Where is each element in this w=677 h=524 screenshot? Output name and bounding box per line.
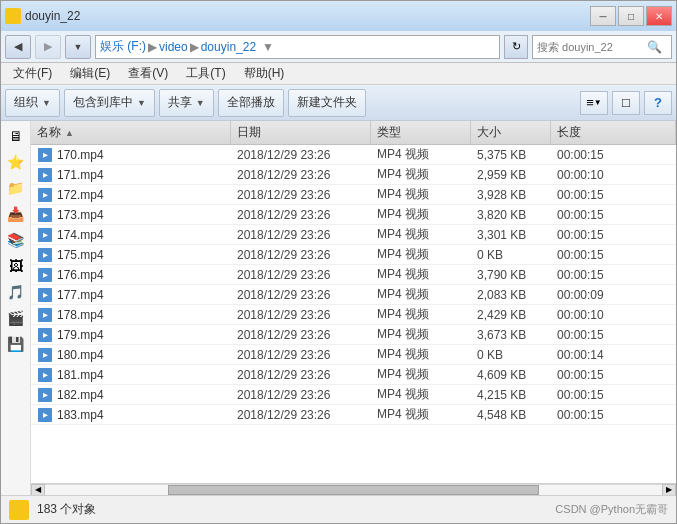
sidebar-icon-library[interactable]: 📚 <box>5 229 27 251</box>
file-size-cell: 3,928 KB <box>471 185 551 204</box>
sidebar-icon-computer[interactable]: 🖥 <box>5 125 27 147</box>
col-header-name[interactable]: 名称 ▲ <box>31 121 231 144</box>
file-icon: ▶ <box>37 307 53 323</box>
include-label: 包含到库中 <box>73 94 133 111</box>
window-icon <box>5 8 21 24</box>
share-label: 共享 <box>168 94 192 111</box>
table-row[interactable]: ▶ 179.mp4 2018/12/29 23:26 MP4 视频 3,673 … <box>31 325 676 345</box>
search-input[interactable] <box>537 41 647 53</box>
file-type-cell: MP4 视频 <box>371 205 471 224</box>
menu-bar: 文件(F) 编辑(E) 查看(V) 工具(T) 帮助(H) <box>1 63 676 85</box>
table-row[interactable]: ▶ 174.mp4 2018/12/29 23:26 MP4 视频 3,301 … <box>31 225 676 245</box>
menu-file[interactable]: 文件(F) <box>5 63 60 84</box>
preview-icon: □ <box>622 95 630 110</box>
table-row[interactable]: ▶ 181.mp4 2018/12/29 23:26 MP4 视频 4,609 … <box>31 365 676 385</box>
table-row[interactable]: ▶ 182.mp4 2018/12/29 23:26 MP4 视频 4,215 … <box>31 385 676 405</box>
watermark: CSDN @Python无霸哥 <box>555 502 668 517</box>
preview-button[interactable]: □ <box>612 91 640 115</box>
file-icon: ▶ <box>37 367 53 383</box>
col-header-type[interactable]: 类型 <box>371 121 471 144</box>
file-date-cell: 2018/12/29 23:26 <box>231 365 371 384</box>
table-row[interactable]: ▶ 173.mp4 2018/12/29 23:26 MP4 视频 3,820 … <box>31 205 676 225</box>
sidebar-icon-pictures[interactable]: 🖼 <box>5 255 27 277</box>
table-row[interactable]: ▶ 172.mp4 2018/12/29 23:26 MP4 视频 3,928 … <box>31 185 676 205</box>
view-icon: ≡ <box>586 95 594 110</box>
table-row[interactable]: ▶ 178.mp4 2018/12/29 23:26 MP4 视频 2,429 … <box>31 305 676 325</box>
breadcrumb-part-1[interactable]: 娱乐 (F:) <box>100 38 146 55</box>
include-library-button[interactable]: 包含到库中 ▼ <box>64 89 155 117</box>
breadcrumb-part-3[interactable]: douyin_22 <box>201 40 256 54</box>
file-duration-cell: 00:00:09 <box>551 285 676 304</box>
title-bar: douyin_22 ─ □ ✕ <box>1 1 676 31</box>
sidebar-icon-video[interactable]: 🎬 <box>5 307 27 329</box>
back-button[interactable]: ◀ <box>5 35 31 59</box>
table-row[interactable]: ▶ 170.mp4 2018/12/29 23:26 MP4 视频 5,375 … <box>31 145 676 165</box>
h-scroll-right-button[interactable]: ▶ <box>662 484 676 496</box>
column-headers: 名称 ▲ 日期 类型 大小 长度 <box>31 121 676 145</box>
menu-tools[interactable]: 工具(T) <box>178 63 233 84</box>
file-duration-cell: 00:00:10 <box>551 305 676 324</box>
sidebar-icon-network[interactable]: 💾 <box>5 333 27 355</box>
file-rows[interactable]: ▶ 170.mp4 2018/12/29 23:26 MP4 视频 5,375 … <box>31 145 676 483</box>
table-row[interactable]: ▶ 183.mp4 2018/12/29 23:26 MP4 视频 4,548 … <box>31 405 676 425</box>
organize-label: 组织 <box>14 94 38 111</box>
file-type-cell: MP4 视频 <box>371 385 471 404</box>
table-row[interactable]: ▶ 176.mp4 2018/12/29 23:26 MP4 视频 3,790 … <box>31 265 676 285</box>
file-icon: ▶ <box>37 147 53 163</box>
breadcrumb: 娱乐 (F:) ▶ video ▶ douyin_22 ▼ <box>95 35 500 59</box>
minimize-button[interactable]: ─ <box>590 6 616 26</box>
play-all-button[interactable]: 全部播放 <box>218 89 284 117</box>
file-name-cell: ▶ 178.mp4 <box>31 305 231 324</box>
sidebar-icon-favorites[interactable]: ⭐ <box>5 151 27 173</box>
h-scroll-thumb[interactable] <box>168 485 538 495</box>
sidebar-icon-music[interactable]: 🎵 <box>5 281 27 303</box>
share-button[interactable]: 共享 ▼ <box>159 89 214 117</box>
file-duration-cell: 00:00:15 <box>551 185 676 204</box>
help-button[interactable]: ? <box>644 91 672 115</box>
close-button[interactable]: ✕ <box>646 6 672 26</box>
new-folder-label: 新建文件夹 <box>297 94 357 111</box>
status-count: 183 个对象 <box>37 501 96 518</box>
refresh-button[interactable]: ↻ <box>504 35 528 59</box>
col-header-size[interactable]: 大小 <box>471 121 551 144</box>
file-duration-cell: 00:00:15 <box>551 225 676 244</box>
help-icon: ? <box>654 95 662 110</box>
table-row[interactable]: ▶ 177.mp4 2018/12/29 23:26 MP4 视频 2,083 … <box>31 285 676 305</box>
file-type-cell: MP4 视频 <box>371 305 471 324</box>
file-date-cell: 2018/12/29 23:26 <box>231 385 371 404</box>
sidebar-icon-folder[interactable]: 📁 <box>5 177 27 199</box>
table-row[interactable]: ▶ 171.mp4 2018/12/29 23:26 MP4 视频 2,959 … <box>31 165 676 185</box>
h-scroll-left-button[interactable]: ◀ <box>31 484 45 496</box>
file-size-cell: 2,429 KB <box>471 305 551 324</box>
breadcrumb-dropdown[interactable]: ▼ <box>262 40 274 54</box>
file-size-cell: 0 KB <box>471 345 551 364</box>
file-duration-cell: 00:00:15 <box>551 245 676 264</box>
file-duration-cell: 00:00:15 <box>551 365 676 384</box>
file-size-cell: 0 KB <box>471 245 551 264</box>
organize-button[interactable]: 组织 ▼ <box>5 89 60 117</box>
sidebar-icon-downloads[interactable]: 📥 <box>5 203 27 225</box>
new-folder-button[interactable]: 新建文件夹 <box>288 89 366 117</box>
up-button[interactable]: ▼ <box>65 35 91 59</box>
file-icon: ▶ <box>37 187 53 203</box>
menu-view[interactable]: 查看(V) <box>120 63 176 84</box>
table-row[interactable]: ▶ 175.mp4 2018/12/29 23:26 MP4 视频 0 KB 0… <box>31 245 676 265</box>
restore-button[interactable]: □ <box>618 6 644 26</box>
file-type-cell: MP4 视频 <box>371 245 471 264</box>
table-row[interactable]: ▶ 180.mp4 2018/12/29 23:26 MP4 视频 0 KB 0… <box>31 345 676 365</box>
play-all-label: 全部播放 <box>227 94 275 111</box>
file-date-cell: 2018/12/29 23:26 <box>231 405 371 424</box>
col-header-date[interactable]: 日期 <box>231 121 371 144</box>
breadcrumb-part-2[interactable]: video <box>159 40 188 54</box>
col-header-duration[interactable]: 长度 <box>551 121 676 144</box>
view-toggle-button[interactable]: ≡ ▼ <box>580 91 608 115</box>
search-icon[interactable]: 🔍 <box>647 40 662 54</box>
menu-edit[interactable]: 编辑(E) <box>62 63 118 84</box>
file-duration-cell: 00:00:15 <box>551 385 676 404</box>
h-scroll-track[interactable] <box>45 484 662 496</box>
file-date-cell: 2018/12/29 23:26 <box>231 225 371 244</box>
organize-arrow: ▼ <box>42 98 51 108</box>
menu-help[interactable]: 帮助(H) <box>236 63 293 84</box>
forward-button[interactable]: ▶ <box>35 35 61 59</box>
horizontal-scrollbar[interactable]: ◀ ▶ <box>31 483 676 495</box>
